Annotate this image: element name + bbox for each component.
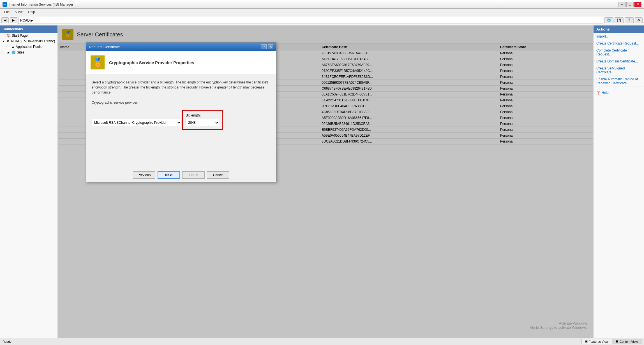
toolbar-save-icon[interactable]: 💾: [615, 17, 624, 23]
action-enable-auto-rebind[interactable]: Enable Automatic Rebind of Renewed Certi…: [594, 76, 644, 87]
menu-help[interactable]: Help: [25, 10, 38, 15]
tab-content-view[interactable]: ☰ Content View: [612, 339, 641, 344]
sidebar-icon-rcad: 🖥: [6, 39, 10, 43]
expand-icon: [2, 34, 5, 37]
forward-button[interactable]: ▶: [10, 17, 17, 23]
sidebar-icon-apppools: ⚙: [11, 45, 15, 49]
actions-panel: Actions Import... Create Certificate Req…: [593, 25, 644, 338]
finish-button[interactable]: Finish: [182, 171, 205, 179]
minimize-button[interactable]: ─: [618, 2, 626, 7]
toolbar: ◀ ▶ RCAD ▶ 🌐 💾 ❓ ⚙: [0, 15, 644, 25]
next-button[interactable]: Next: [158, 171, 180, 179]
sidebar-item-startpage[interactable]: 🏠 Start Page: [0, 33, 57, 38]
features-view-icon: ⊞: [585, 340, 588, 343]
expand-icon-rcad[interactable]: ▼: [2, 39, 5, 43]
maximize-button[interactable]: □: [626, 2, 634, 7]
bit-length-group: Bit length: 512 1024 2048 4096 8192 1638…: [182, 110, 223, 130]
csp-select[interactable]: Microsoft RSA SChannel Cryptographic Pro…: [92, 119, 181, 126]
action-create-self-signed[interactable]: Create Self-Signed Certificate...: [594, 65, 644, 76]
content-area: 🏅 Server Certificates Name Issued To Iss…: [58, 25, 593, 338]
sidebar-item-rcad[interactable]: ▼ 🖥 RCAD (LVDA-ANSIBLE\ranc): [0, 38, 57, 44]
sidebar-icon-startpage: 🏠: [6, 34, 11, 38]
request-certificate-dialog: Request Certificate ? ✕ 🏅 Cryptographic …: [86, 42, 276, 182]
menu-view[interactable]: View: [12, 10, 25, 15]
modal-banner-title: Cryptographic Service Provider Propertie…: [109, 60, 194, 65]
toolbar-settings-icon[interactable]: ⚙: [635, 17, 643, 23]
sidebar: Connections 🏠 Start Page ▼ 🖥 RCAD (LVDA-…: [0, 25, 58, 338]
title-bar: IIS Internet Information Services (IIS) …: [0, 0, 644, 9]
csp-label: Cryptographic service provider:: [92, 101, 271, 104]
action-help[interactable]: ❓ Help: [594, 89, 644, 96]
bit-length-select[interactable]: 512 1024 2048 4096 8192 16384: [186, 119, 219, 126]
modal-footer: Previous Next Finish Cancel: [86, 168, 276, 182]
activate-watermark: Activate Windows Go to Settings to activ…: [530, 321, 588, 330]
modal-banner-icon: 🏅: [91, 55, 105, 69]
action-import[interactable]: Import...: [594, 33, 644, 40]
action-create-cert-request[interactable]: Create Certificate Request...: [594, 40, 644, 47]
address-bar[interactable]: RCAD ▶: [18, 17, 603, 24]
status-tabs: ⊞ Features View ☰ Content View: [581, 339, 641, 344]
modal-top-banner: 🏅 Cryptographic Service Provider Propert…: [86, 51, 276, 74]
previous-button[interactable]: Previous: [133, 171, 156, 179]
bit-length-label: Bit length:: [186, 113, 219, 117]
tab-features-view[interactable]: ⊞ Features View: [581, 339, 612, 344]
menu-bar: File View Help: [0, 9, 644, 15]
action-create-domain-cert[interactable]: Create Domain Certificate...: [594, 58, 644, 65]
sidebar-icon-sites: 🌐: [11, 50, 16, 54]
sidebar-item-sites[interactable]: ▶ 🌐 Sites: [0, 50, 57, 55]
cancel-button[interactable]: Cancel: [207, 171, 229, 179]
status-bar: Ready ⊞ Features View ☰ Content View: [0, 338, 644, 345]
toolbar-help-icon[interactable]: ❓: [625, 17, 634, 23]
sidebar-header: Connections: [0, 25, 57, 33]
modal-content: Select a cryptographic service provider …: [86, 74, 276, 168]
modal-description: Select a cryptographic service provider …: [92, 80, 271, 95]
modal-title-bar: Request Certificate ? ✕: [86, 43, 276, 51]
actions-divider: [594, 88, 644, 88]
modal-overlay: Request Certificate ? ✕ 🏅 Cryptographic …: [58, 25, 593, 338]
modal-help-button[interactable]: ?: [261, 44, 267, 49]
window-controls[interactable]: ─ □ ✕: [618, 2, 641, 7]
expand-icon-apppools: [7, 45, 10, 48]
status-label: Ready: [3, 340, 11, 343]
modal-body: 🏅 Cryptographic Service Provider Propert…: [86, 51, 276, 182]
close-button[interactable]: ✕: [634, 2, 641, 7]
sidebar-content: 🏠 Start Page ▼ 🖥 RCAD (LVDA-ANSIBLE\ranc…: [0, 33, 57, 338]
app-icon: IIS: [3, 2, 7, 7]
expand-icon-sites[interactable]: ▶: [7, 51, 10, 54]
menu-file[interactable]: File: [1, 10, 12, 15]
modal-title: Request Certificate: [89, 45, 120, 49]
action-complete-cert-request[interactable]: Complete Certificate Request...: [594, 47, 644, 58]
modal-close-button[interactable]: ✕: [268, 44, 273, 49]
toolbar-network-icon[interactable]: 🌐: [604, 17, 613, 23]
actions-header: Actions: [594, 25, 644, 33]
back-button[interactable]: ◀: [1, 17, 9, 23]
help-icon: ❓: [596, 91, 601, 95]
svg-text:IIS: IIS: [3, 3, 6, 6]
window-title: Internet Information Services (IIS) Mana…: [9, 3, 73, 6]
sidebar-item-apppools[interactable]: ⚙ Application Pools: [0, 44, 57, 50]
content-view-icon: ☰: [616, 340, 618, 343]
